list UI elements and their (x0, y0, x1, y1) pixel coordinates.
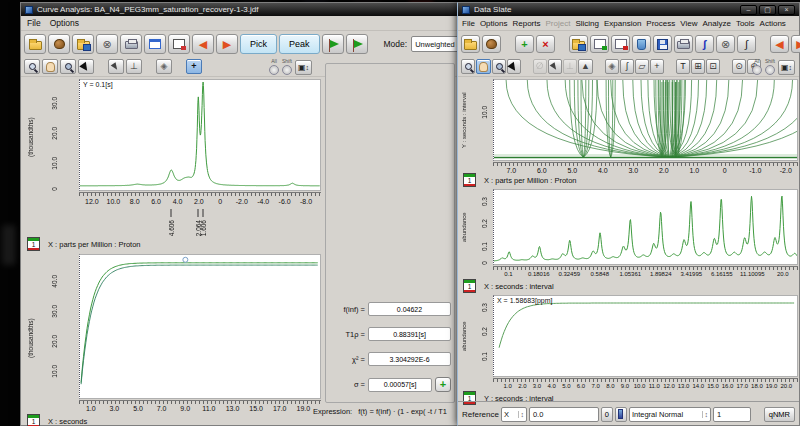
t1-rho-field[interactable]: 0.88391[s] (368, 327, 451, 341)
open-file-button[interactable] (24, 34, 46, 54)
flag-out-button[interactable] (346, 34, 368, 54)
pointer-tool-button[interactable] (108, 59, 124, 74)
peak-marker: 4.606 (168, 209, 175, 236)
prev-button[interactable]: ◀ (192, 34, 214, 54)
minimize-button[interactable]: – (740, 5, 757, 15)
save-button[interactable] (653, 35, 672, 53)
menu-actions[interactable]: Actions (760, 19, 786, 28)
curve-analysis-titlebar[interactable]: Curve Analysis: BA_N4_PEG3mm_saturation_… (21, 3, 468, 16)
data-slate-titlebar[interactable]: Data Slate –▢× (458, 3, 799, 16)
select-tool-button[interactable] (78, 59, 94, 74)
layout-tool-button[interactable]: ⊡ (706, 59, 720, 74)
menu-slicing[interactable]: Slicing (575, 19, 599, 28)
baseline-tool-button[interactable]: ⊥ (126, 59, 142, 74)
menu-file[interactable]: File (27, 18, 41, 28)
menu-analyze[interactable]: Analyze (702, 19, 730, 28)
open-file-button[interactable] (461, 35, 480, 53)
curve-handle[interactable] (183, 257, 188, 262)
grab-tool-button[interactable]: ⊥ (563, 59, 577, 74)
zoom-tool-button[interactable] (461, 59, 475, 74)
shift-toggle[interactable]: Shift (765, 59, 775, 75)
grid-tool-button[interactable]: ⊞ (691, 59, 705, 74)
menu-process[interactable]: Process (646, 19, 675, 28)
axis-mode-button[interactable]: ▣↕ (778, 60, 795, 75)
duplicate-remove-button[interactable] (611, 35, 630, 53)
sigma-field[interactable]: 0.00057[s] (368, 378, 432, 392)
peak-button[interactable]: Peak (279, 34, 320, 54)
spectrum-canvas[interactable]: Y = 0.1[s] (79, 79, 321, 191)
trash-button[interactable] (632, 35, 651, 53)
text-tool-button[interactable]: T (676, 59, 690, 74)
pick-button[interactable]: Pick (240, 34, 277, 54)
curve-analysis-button[interactable]: ʃ (695, 35, 714, 53)
menu-expansion[interactable]: Expansion (604, 19, 641, 28)
menu-options[interactable]: Options (50, 18, 79, 28)
menu-file[interactable]: File (462, 19, 475, 28)
stacked-peaks-canvas[interactable] (493, 189, 798, 265)
open-recent-button[interactable] (482, 35, 501, 53)
menu-reports[interactable]: Reports (512, 19, 540, 28)
zoom-x-tool-button[interactable] (60, 59, 76, 74)
curve-tool-button[interactable]: ʃ (620, 59, 634, 74)
x-axis-ruler (79, 192, 321, 197)
all-toggle[interactable]: All (752, 59, 762, 75)
chi-squared-field[interactable]: 3.304292E-6 (368, 352, 451, 366)
diamond-tool-button[interactable]: ◈ (156, 59, 172, 74)
zoom-tool-button[interactable] (24, 59, 40, 74)
expand-tool-button[interactable]: ▲ (578, 59, 593, 74)
back-button[interactable]: ◀ (770, 35, 789, 53)
remove-data-button[interactable]: × (536, 35, 555, 53)
forward-button[interactable]: ▶ (791, 35, 800, 53)
open-file-icon (29, 41, 42, 50)
save-as-button[interactable] (72, 34, 94, 54)
print-button[interactable] (674, 35, 693, 53)
ruler-button[interactable] (615, 407, 627, 422)
add-data-button[interactable]: + (515, 35, 534, 53)
f-inf-field[interactable]: 0.04622 (368, 302, 451, 316)
report-button[interactable] (144, 34, 166, 54)
shift-toggle[interactable]: Shift (282, 59, 292, 75)
select-tool-button[interactable] (507, 59, 521, 74)
offset-input[interactable]: 0.0 (529, 407, 599, 422)
slice-tool-button[interactable]: ∅ (533, 59, 547, 74)
contour-canvas[interactable] (493, 79, 798, 161)
axis-mode-button[interactable]: ▣↕ (295, 60, 312, 75)
pointer-tool-button[interactable] (548, 59, 562, 74)
maximize-button[interactable]: ▢ (759, 5, 776, 15)
menu-tools[interactable]: Tools (736, 19, 755, 28)
eraser-tool-button[interactable]: ▱ (635, 59, 649, 74)
open-slate-button[interactable] (569, 35, 588, 53)
recovery-plot: (thousandths) 40.030.020.010.0 1.03.05.0… (23, 253, 339, 426)
close-data-button[interactable]: ⊗ (96, 34, 118, 54)
qnmr-button[interactable]: qNMR (764, 407, 795, 422)
trace-badge[interactable]: 1 (27, 237, 40, 251)
recovery-canvas[interactable] (79, 254, 321, 399)
plus-tool-button[interactable]: + (650, 59, 664, 74)
copy-report-button[interactable] (168, 34, 190, 54)
all-toggle[interactable]: All (269, 59, 279, 75)
crosshair-tool-button[interactable]: + (186, 59, 202, 74)
dimension-select[interactable]: X↕ (501, 407, 527, 422)
diamond-tool-button[interactable]: ◈ (605, 59, 619, 74)
next-button[interactable]: ▶ (216, 34, 238, 54)
pan-tool-button[interactable] (476, 59, 491, 74)
close-button[interactable]: × (778, 5, 795, 15)
close-data-button[interactable]: ⊗ (716, 35, 735, 53)
print-button[interactable] (120, 34, 142, 54)
trace-badge[interactable]: 1 (27, 414, 40, 426)
zoom-x-tool-button[interactable] (492, 59, 506, 74)
duplicate-add-button[interactable] (590, 35, 609, 53)
menu-view[interactable]: View (680, 19, 697, 28)
dot-tool-button[interactable]: ⊙ (732, 59, 746, 74)
integrate-button[interactable]: ∫ (737, 35, 756, 53)
buildup-canvas[interactable]: X = 1.58683[ppm] (493, 295, 798, 377)
tool-cluster: All Shift ▣↕ (269, 59, 312, 75)
scale-input[interactable]: 1 (713, 407, 751, 422)
pan-tool-button[interactable] (42, 59, 58, 74)
menu-options[interactable]: Options (480, 19, 508, 28)
flag-in-button[interactable] (322, 34, 344, 54)
open-recent-button[interactable] (48, 34, 70, 54)
integral-mode-select[interactable]: Integral Normal↕ (629, 407, 711, 422)
add-result-button[interactable]: + (435, 377, 451, 392)
zero-button[interactable]: 0 (601, 407, 613, 422)
